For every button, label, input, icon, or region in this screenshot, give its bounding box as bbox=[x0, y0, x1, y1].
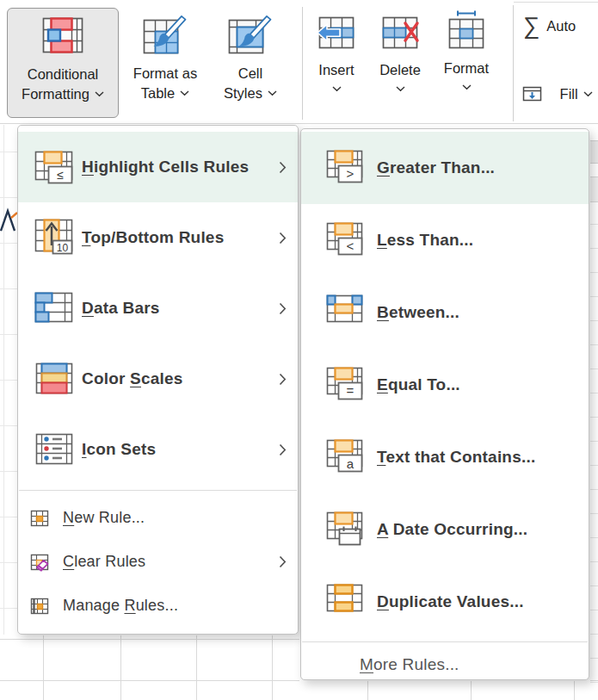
submenu-item-label: Greater Than... bbox=[377, 158, 495, 177]
dropdown-chevron-icon bbox=[268, 90, 277, 96]
insert-cells-button[interactable]: Insert bbox=[309, 12, 364, 92]
submenu-item-duplicate-values[interactable]: Duplicate Values... bbox=[301, 566, 589, 638]
a-date-occurring-icon bbox=[325, 509, 367, 550]
equal-to-icon: = bbox=[325, 364, 367, 406]
menu-item-label: Top/Bottom Rules bbox=[82, 228, 224, 247]
submenu-item-label: Between... bbox=[377, 303, 459, 322]
format-cells-icon bbox=[446, 10, 487, 53]
color-scales-icon bbox=[34, 358, 75, 400]
menu-item-clear-rules[interactable]: Clear Rules bbox=[18, 540, 298, 584]
format-as-table-label-line1: Format as bbox=[133, 64, 197, 84]
less-than-icon: < bbox=[325, 220, 367, 261]
highlight-cells-rules-icon: ≤ bbox=[34, 146, 75, 188]
data-bars-icon bbox=[34, 288, 75, 329]
chart-line-fragment-orange bbox=[11, 213, 17, 218]
menu-item-label: New Rule... bbox=[63, 509, 145, 527]
dropdown-chevron-icon bbox=[462, 84, 472, 90]
submenu-arrow-icon bbox=[279, 555, 287, 568]
clear-eraser-icon bbox=[521, 90, 552, 123]
submenu-arrow-icon bbox=[279, 232, 287, 245]
menu-item-icon-sets[interactable]: Icon Sets bbox=[18, 414, 298, 485]
greater-than-icon: > bbox=[325, 147, 367, 189]
menu-separator bbox=[19, 490, 297, 491]
ribbon-group-divider bbox=[302, 7, 303, 120]
format-cells-button[interactable]: Format bbox=[437, 10, 496, 90]
submenu-separator bbox=[302, 641, 588, 642]
submenu-arrow-icon bbox=[279, 373, 287, 386]
svg-text:≤: ≤ bbox=[57, 168, 64, 182]
excel-conditional-formatting-screenshot: Conditional Formatting Format as Table bbox=[0, 0, 598, 700]
conditional-formatting-icon bbox=[42, 16, 83, 58]
chart-line-fragment bbox=[1, 211, 15, 231]
dropdown-chevron-icon bbox=[396, 86, 405, 92]
submenu-item-label: More Rules... bbox=[360, 655, 459, 674]
new-rule-icon bbox=[30, 509, 49, 528]
delete-cells-icon bbox=[379, 12, 421, 53]
dropdown-chevron-icon bbox=[95, 91, 104, 97]
format-as-table-label-line2: Table bbox=[141, 84, 189, 103]
menu-item-label: Data Bars bbox=[82, 299, 160, 318]
submenu-item-less-than[interactable]: < Less Than... bbox=[301, 204, 589, 276]
icon-sets-icon bbox=[34, 429, 75, 470]
autosum-button[interactable]: ∑ Auto bbox=[523, 15, 576, 37]
submenu-item-label: Text that Contains... bbox=[377, 448, 535, 467]
clear-button[interactable]: Clear bbox=[521, 90, 593, 123]
cell-styles-label-line2: Styles bbox=[224, 84, 277, 103]
ribbon-group-divider bbox=[513, 5, 514, 121]
manage-rules-icon bbox=[30, 597, 49, 616]
menu-item-color-scales[interactable]: Color Scales bbox=[18, 344, 298, 414]
dropdown-chevron-icon bbox=[332, 86, 342, 92]
cell-styles-label-line1: Cell bbox=[238, 64, 262, 84]
menu-item-new-rule[interactable]: New Rule... bbox=[18, 496, 298, 540]
submenu-arrow-icon bbox=[279, 302, 287, 315]
submenu-item-label: Less Than... bbox=[377, 231, 473, 250]
svg-text:>: > bbox=[347, 166, 354, 181]
duplicate-values-icon bbox=[325, 581, 367, 623]
submenu-arrow-icon bbox=[279, 443, 287, 456]
conditional-formatting-label-line1: Conditional bbox=[28, 65, 99, 84]
between-icon bbox=[325, 292, 367, 333]
menu-item-label: Color Scales bbox=[82, 369, 183, 388]
cell-styles-button[interactable]: Cell Styles bbox=[211, 8, 290, 126]
autosum-label: Auto bbox=[546, 18, 576, 34]
format-label: Format bbox=[444, 59, 489, 78]
svg-text:=: = bbox=[347, 383, 354, 398]
menu-item-label: Icon Sets bbox=[82, 440, 156, 459]
menu-item-label: Highlight Cells Rules bbox=[82, 158, 249, 177]
cell-styles-icon bbox=[228, 15, 273, 57]
format-as-table-button[interactable]: Format as Table bbox=[121, 8, 209, 126]
menu-item-label: Clear Rules bbox=[63, 553, 145, 571]
top-bottom-rules-icon: 10 bbox=[34, 217, 75, 258]
text-that-contains-icon: a bbox=[325, 437, 367, 478]
submenu-item-text-that-contains[interactable]: a Text that Contains... bbox=[301, 421, 589, 493]
submenu-item-label: Duplicate Values... bbox=[377, 592, 524, 611]
conditional-formatting-menu: ≤ Highlight Cells Rules 10 bbox=[17, 125, 299, 635]
submenu-arrow-icon bbox=[279, 161, 287, 174]
menu-item-label: Manage Rules... bbox=[63, 597, 178, 615]
insert-cells-icon bbox=[316, 12, 357, 53]
format-as-table-icon bbox=[143, 15, 188, 57]
submenu-item-a-date-occurring[interactable]: A Date Occurring... bbox=[301, 493, 589, 566]
svg-text:<: < bbox=[347, 238, 354, 253]
submenu-item-label: Equal To... bbox=[377, 375, 460, 394]
delete-cells-button[interactable]: Delete bbox=[373, 12, 428, 92]
menu-item-manage-rules[interactable]: Manage Rules... bbox=[18, 584, 298, 628]
submenu-item-label: A Date Occurring... bbox=[377, 520, 527, 539]
dropdown-chevron-icon bbox=[180, 90, 189, 96]
submenu-item-greater-than[interactable]: > Greater Than... bbox=[301, 132, 589, 204]
autosum-sigma-icon: ∑ bbox=[523, 15, 539, 37]
submenu-item-more-rules[interactable]: More Rules... bbox=[301, 646, 589, 684]
submenu-item-between[interactable]: Between... bbox=[301, 276, 589, 349]
submenu-item-equal-to[interactable]: = Equal To... bbox=[301, 349, 589, 421]
menu-item-top-bottom-rules[interactable]: 10 Top/Bottom Rules bbox=[18, 202, 298, 273]
insert-label: Insert bbox=[318, 60, 354, 80]
svg-text:a: a bbox=[347, 456, 354, 471]
conditional-formatting-label-line2: Formatting bbox=[22, 84, 104, 104]
delete-label: Delete bbox=[379, 60, 421, 80]
highlight-cells-rules-submenu: > Greater Than... < Less Than.. bbox=[300, 128, 589, 680]
clear-rules-icon bbox=[30, 553, 49, 572]
svg-text:10: 10 bbox=[57, 242, 69, 254]
conditional-formatting-button[interactable]: Conditional Formatting bbox=[7, 8, 119, 118]
menu-item-highlight-cells-rules[interactable]: ≤ Highlight Cells Rules bbox=[18, 132, 298, 202]
menu-item-data-bars[interactable]: Data Bars bbox=[18, 273, 298, 344]
